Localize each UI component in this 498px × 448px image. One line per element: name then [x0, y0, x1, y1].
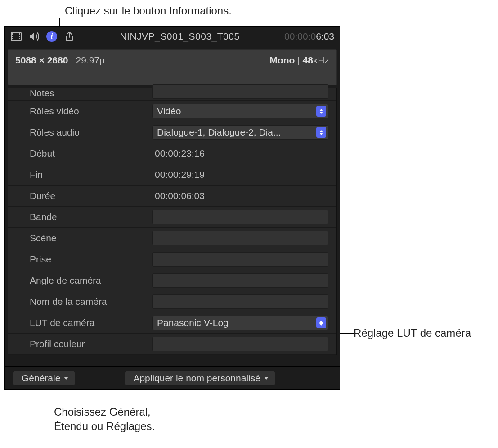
- row-start: Début 00:00:23:16: [8, 143, 336, 164]
- label-scene: Scène: [8, 233, 152, 244]
- label-audio-roles: Rôles audio: [8, 127, 152, 138]
- value-duration: 00:00:06:03: [152, 189, 328, 203]
- apply-custom-name-popup[interactable]: Appliquer le nom personnalisé: [125, 371, 275, 386]
- row-audio-roles: Rôles audio Dialogue-1, Dialogue-2, Dia.…: [8, 122, 336, 143]
- label-take: Prise: [8, 254, 152, 265]
- input-camera-name[interactable]: [152, 294, 328, 309]
- metadata-view-popup[interactable]: Générale: [13, 371, 75, 386]
- popup-text: Appliquer le nom personnalisé: [133, 373, 260, 384]
- label-camera-name: Nom de la caméra: [8, 296, 152, 307]
- svg-rect-4: [19, 33, 20, 35]
- input-camera-angle[interactable]: [152, 273, 328, 288]
- row-camera-angle: Angle de caméra: [8, 270, 336, 291]
- input-take[interactable]: [152, 252, 328, 267]
- inspector-bottom-bar: Générale Appliquer le nom personnalisé: [5, 366, 340, 389]
- input-notes[interactable]: [152, 84, 328, 99]
- row-end: Fin 00:00:29:19: [8, 164, 336, 186]
- info-inspector-panel: i NINJVP_S001_S003_T005 00:00:06:03 5088…: [4, 26, 340, 390]
- row-camera-name: Nom de la caméra: [8, 291, 336, 312]
- callout-view-menu: Choisissez Général, Étendu ou Réglages.: [54, 405, 155, 434]
- input-color-profile[interactable]: [152, 337, 328, 351]
- row-color-profile: Profil couleur: [8, 334, 336, 355]
- timecode-dim: 00:00:0: [284, 31, 316, 41]
- popup-text: Panasonic V-Log: [157, 317, 316, 328]
- label-reel: Bande: [8, 212, 152, 222]
- clip-name: NINJVP_S001_S003_T005: [81, 31, 278, 42]
- summary-audio-mode: Mono: [269, 55, 295, 65]
- label-camera-angle: Angle de caméra: [8, 275, 152, 286]
- row-duration: Durée 00:00:06:03: [8, 186, 336, 207]
- popup-video-roles[interactable]: Vidéo: [152, 104, 328, 118]
- summary-audio-rate: 48: [302, 55, 313, 65]
- info-inspector-button[interactable]: i: [46, 31, 57, 42]
- row-scene: Scène: [8, 228, 336, 249]
- summary-separator: |: [71, 55, 76, 65]
- svg-rect-6: [19, 38, 20, 39]
- popup-text: Dialogue-1, Dialogue-2, Dia...: [157, 127, 316, 138]
- callout-text: Étendu ou Réglages.: [54, 420, 155, 432]
- chevron-down-icon: [64, 377, 68, 380]
- popup-camera-lut[interactable]: Panasonic V-Log: [152, 316, 328, 330]
- svg-rect-2: [12, 36, 13, 37]
- svg-rect-1: [12, 33, 13, 35]
- label-duration: Durée: [8, 190, 152, 201]
- inspector-toolbar: i NINJVP_S001_S003_T005 00:00:06:03: [5, 27, 340, 46]
- input-reel[interactable]: [152, 210, 328, 224]
- label-video-roles: Rôles vidéo: [8, 106, 152, 117]
- label-end: Fin: [8, 169, 152, 180]
- share-inspector-icon[interactable]: [63, 31, 75, 42]
- svg-rect-5: [19, 36, 20, 37]
- value-start[interactable]: 00:00:23:16: [152, 146, 328, 161]
- metadata-rows: Notes Rôles vidéo Vidéo Rôles audio Dial…: [8, 88, 337, 355]
- summary-separator: |: [297, 55, 302, 65]
- row-notes: Notes: [8, 88, 336, 101]
- chevron-down-icon: [264, 377, 269, 380]
- popup-arrows-icon: [316, 127, 326, 138]
- label-color-profile: Profil couleur: [8, 339, 152, 349]
- row-camera-lut: LUT de caméra Panasonic V-Log: [8, 312, 336, 334]
- clip-summary: 5088 × 2680 | 29.97p Mono | 48kHz: [8, 49, 337, 85]
- row-take: Prise: [8, 249, 336, 270]
- label-camera-lut: LUT de caméra: [8, 317, 152, 328]
- input-scene[interactable]: [152, 231, 328, 245]
- popup-text: Générale: [22, 373, 60, 384]
- callout-camera-lut: Réglage LUT de caméra: [354, 326, 471, 340]
- callout-line: [59, 390, 59, 405]
- callout-text: Choisissez Général,: [54, 406, 151, 418]
- label-start: Début: [8, 148, 152, 159]
- value-end[interactable]: 00:00:29:19: [152, 167, 328, 182]
- audio-inspector-icon[interactable]: [28, 31, 40, 42]
- svg-rect-3: [12, 38, 13, 39]
- video-inspector-icon[interactable]: [10, 31, 22, 42]
- popup-arrows-icon: [316, 317, 326, 328]
- summary-framerate: 29.97p: [76, 55, 105, 65]
- popup-audio-roles[interactable]: Dialogue-1, Dialogue-2, Dia...: [152, 125, 328, 140]
- timecode-bright: 6:03: [316, 31, 334, 41]
- row-reel: Bande: [8, 207, 336, 228]
- callout-info-button: Cliquez sur le bouton Informations.: [65, 4, 232, 18]
- clip-duration-timecode: 00:00:06:03: [284, 31, 334, 42]
- summary-audio-unit: kHz: [313, 55, 329, 65]
- popup-arrows-icon: [316, 106, 326, 117]
- row-video-roles: Rôles vidéo Vidéo: [8, 101, 336, 122]
- summary-resolution: 5088 × 2680: [15, 55, 68, 65]
- label-notes: Notes: [8, 88, 152, 99]
- popup-text: Vidéo: [157, 106, 316, 117]
